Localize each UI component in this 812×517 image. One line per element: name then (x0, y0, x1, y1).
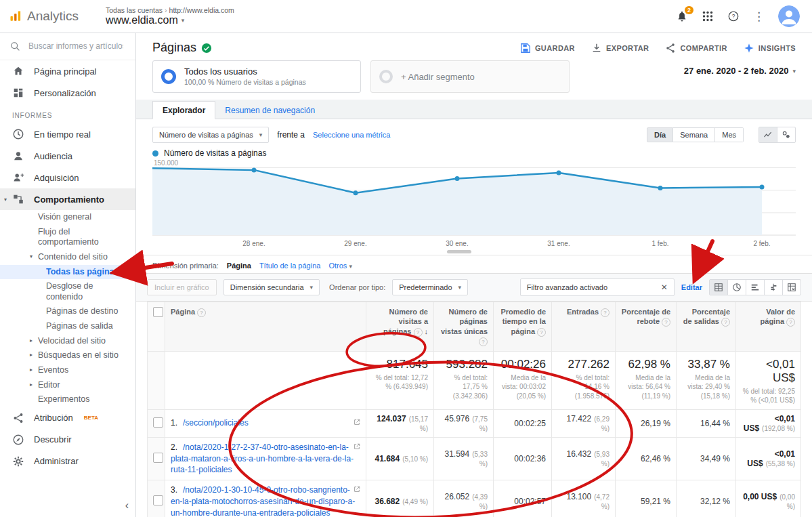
external-link-icon[interactable] (354, 417, 360, 429)
cell-time: 00:02:36 (494, 437, 552, 480)
secondary-dimension-selector[interactable]: Dimensión secundaria▾ (223, 279, 320, 295)
compare-chart-toggle-button[interactable] (777, 127, 795, 142)
page-link[interactable]: /seccion/policiales (183, 418, 249, 428)
column-header-entradas[interactable]: Entradas? (552, 302, 616, 352)
chart-scrollbar-thumb[interactable] (447, 250, 471, 253)
summary-exit: 33,87 %Media de la vista: 29,40 % (15,18… (677, 351, 736, 409)
search-input[interactable] (27, 41, 125, 51)
dimension-pagina[interactable]: Página (227, 262, 251, 270)
beta-badge: BETA (84, 415, 98, 421)
chevron-down-icon: ▾ (458, 284, 462, 291)
clear-filter-button[interactable]: ✕ (661, 283, 668, 292)
sidebar-item-descubrir[interactable]: Descubrir (0, 429, 135, 451)
sidebar-item-audiencia[interactable]: Audiencia (0, 145, 135, 167)
column-header-pagina[interactable]: Página? (165, 302, 366, 352)
page-link[interactable]: /nota/2020-1-30-10-45-0-otro-robo-sangri… (171, 485, 355, 517)
filter-chip-label: Filtro avanzado activado (527, 283, 607, 291)
insights-button[interactable]: INSIGHTS (744, 43, 796, 54)
external-link-icon[interactable] (354, 442, 360, 453)
cell-entries: 17.422(6,29 %) (552, 409, 616, 437)
row-checkbox[interactable] (153, 495, 163, 505)
expand-icon: ▾ (30, 253, 33, 260)
sidebar-item-flujo-del-comportamiento[interactable]: Flujo del comportamiento (0, 225, 135, 250)
notifications-button[interactable]: 2 (676, 10, 688, 22)
external-link-icon[interactable] (354, 484, 360, 496)
view-percentage-button[interactable] (727, 280, 746, 295)
column-header-visitas[interactable]: Número de visitas a páginas?↓ (366, 302, 434, 352)
account-switcher[interactable]: Todas las cuentas›http://www.eldia.com w… (106, 6, 234, 26)
view-comparison-button[interactable] (764, 280, 782, 295)
export-button[interactable]: EXPORTAR (591, 43, 649, 54)
sidebar-item-adquisicion[interactable]: Adquisición (0, 167, 135, 188)
row-checkbox[interactable] (153, 417, 163, 428)
sidebar-item-en-tiempo-real[interactable]: En tiempo real (0, 123, 135, 145)
segment-all-users[interactable]: Todos los usuarios 100,00 % Número de vi… (152, 60, 361, 93)
sidebar-item-velocidad-del-sitio[interactable]: ▸Velocidad del sitio (0, 334, 135, 349)
apps-grid-button[interactable] (702, 10, 714, 22)
more-menu-button[interactable]: ⋮ (753, 9, 765, 24)
sidebar-item-contenido-del-sitio[interactable]: ▾Contenido del sitio (0, 250, 135, 265)
sidebar-item-administrar[interactable]: Administrar (0, 451, 135, 472)
avatar[interactable] (778, 5, 800, 27)
column-header-tiempo[interactable]: Promedio de tiempo en la página? (494, 302, 552, 352)
column-header-vistas-unicas[interactable]: Número de páginas vistas únicas? (434, 302, 494, 352)
metric-selector[interactable]: Número de visitas a páginas▾ (152, 127, 269, 143)
sidebar-item-personalizacion[interactable]: Personalización (0, 82, 135, 104)
table-row: 2./nota/2020-1-27-2-37-40-otro-asesinato… (148, 437, 801, 480)
column-header-salidas[interactable]: Porcentaje de salidas? (677, 302, 736, 352)
sidebar-item-todas-las-paginas[interactable]: Todas las páginas (0, 265, 135, 280)
sort-type-selector[interactable]: Predeterminado▾ (392, 279, 468, 295)
legend-dot (152, 150, 158, 157)
view-performance-button[interactable] (746, 280, 764, 295)
sidebar: Página principalPersonalizaciónINFORMESE… (0, 33, 136, 517)
date-range-picker[interactable]: 27 ene. 2020 - 2 feb. 2020 ▾ (684, 60, 796, 76)
dimension-titulo-pagina[interactable]: Título de la página (259, 262, 321, 270)
analytics-home-link[interactable]: Analytics (0, 9, 106, 24)
sidebar-item-desglose-de-contenido[interactable]: Desglose de contenido (0, 279, 135, 304)
granularity-toggle: Día Semana Mes (647, 127, 744, 142)
breadcrumb-property[interactable]: http://www.eldia.com (169, 6, 234, 14)
table-toolbar: Incluir en gráfico Dimensión secundaria▾… (136, 273, 812, 302)
column-header-rebote[interactable]: Porcentaje de rebote? (616, 302, 677, 352)
select-metric-link[interactable]: Seleccione una métrica (313, 131, 390, 139)
plot-rows-button[interactable]: Incluir en gráfico (147, 279, 217, 295)
tab-explorador[interactable]: Explorador (152, 101, 215, 119)
metric-bar: Número de visitas a páginas▾ frente a Se… (136, 119, 812, 146)
sidebar-item-eventos[interactable]: ▸Eventos (0, 363, 135, 378)
view-pivot-button[interactable] (782, 280, 800, 295)
sidebar-item-atribucion[interactable]: AtribuciónBETA (0, 407, 135, 429)
column-header-valor[interactable]: Valor de página? (736, 302, 801, 352)
granularity-week-button[interactable]: Semana (673, 127, 715, 142)
granularity-day-button[interactable]: Día (647, 127, 673, 142)
sidebar-item-experimentos[interactable]: Experimentos (0, 392, 135, 407)
view-table-button[interactable] (710, 280, 727, 295)
sidebar-item-paginas-de-destino[interactable]: Páginas de destino (0, 304, 135, 319)
granularity-month-button[interactable]: Mes (715, 127, 744, 142)
sidebar-item-editor[interactable]: ▸Editor (0, 378, 135, 393)
sidebar-collapse-button[interactable]: ‹ (125, 499, 129, 512)
breadcrumb-root[interactable]: Todas las cuentas (106, 6, 163, 14)
row-checkbox[interactable] (153, 453, 163, 463)
help-button[interactable]: ? (727, 10, 740, 22)
cell-exit: 32,12 % (677, 480, 736, 517)
report-actions: GUARDAR EXPORTAR COMPARTIR INSIGHTS (520, 43, 796, 54)
tab-resumen-navegacion[interactable]: Resumen de navegación (215, 102, 324, 119)
share-button[interactable]: COMPARTIR (665, 43, 727, 54)
sidebar-item-busquedas-en-el-sitio[interactable]: ▸Búsquedas en el sitio (0, 348, 135, 363)
sidebar-item-paginas-de-salida[interactable]: Páginas de salida (0, 319, 135, 334)
edit-filter-link[interactable]: Editar (681, 283, 702, 291)
sidebar-item-label: Descubrir (34, 434, 72, 444)
save-button[interactable]: GUARDAR (520, 43, 575, 54)
sidebar-item-pagina-principal[interactable]: Página principal (0, 60, 135, 82)
sidebar-item-vision-general[interactable]: Visión general (0, 210, 135, 225)
sidebar-item-label: Velocidad del sitio (38, 336, 106, 346)
sidebar-search[interactable] (0, 33, 135, 60)
sidebar-section-informes: INFORMES (0, 104, 135, 123)
dimension-otros[interactable]: Otros ▾ (328, 262, 352, 270)
select-all-checkbox[interactable] (153, 307, 163, 317)
line-chart-toggle-button[interactable] (759, 127, 777, 142)
add-segment-button[interactable]: + Añadir segmento (370, 60, 570, 93)
page-link[interactable]: /nota/2020-1-27-2-37-40-otro-asesinato-e… (171, 442, 354, 475)
expand-icon: ▸ (30, 352, 33, 358)
sidebar-item-comportamiento[interactable]: ▾Comportamiento (0, 188, 135, 210)
